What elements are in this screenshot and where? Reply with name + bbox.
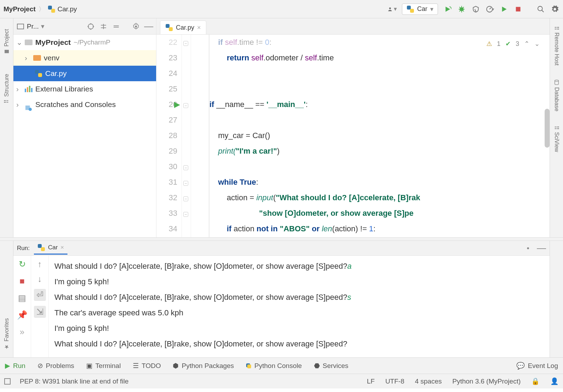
pin-icon[interactable]: 📌 xyxy=(17,310,28,320)
indent-guide xyxy=(191,35,209,237)
stop-icon[interactable]: ■ xyxy=(19,276,25,286)
scroll-to-end-icon[interactable]: ⇲ xyxy=(34,306,46,318)
settings-icon[interactable] xyxy=(550,5,559,14)
interpreter[interactable]: Python 3.6 (MyProject) xyxy=(452,378,521,385)
close-tab-icon[interactable]: × xyxy=(197,24,201,31)
encoding[interactable]: UTF-8 xyxy=(385,378,404,385)
down-icon[interactable]: ↓ xyxy=(38,274,42,284)
tab-python-console[interactable]: Python Console xyxy=(246,362,302,370)
line-number: 29 xyxy=(156,143,177,159)
hide-run-panel-icon[interactable]: — xyxy=(537,244,546,253)
tab-run[interactable]: ▶Run xyxy=(5,362,25,370)
run-config-selector[interactable]: Car ▾ xyxy=(402,4,438,15)
label: Run xyxy=(13,362,25,370)
hide-panel-icon[interactable]: — xyxy=(144,22,153,31)
panel-settings-icon[interactable] xyxy=(131,22,141,31)
python-icon xyxy=(246,363,251,369)
project-tree[interactable]: ⌄ MyProject ~/PycharmP › venv Car.py › E… xyxy=(13,35,156,112)
breadcrumb[interactable]: MyProject 〉 Car.py xyxy=(4,5,77,13)
up-icon[interactable]: ↑ xyxy=(38,259,42,269)
tree-root-label: MyProject xyxy=(35,35,71,50)
breadcrumb-project[interactable]: MyProject xyxy=(4,5,36,13)
gutter[interactable]: 22 23 24 25 ▶26 27 28 29 30 31 32 33 34 xyxy=(156,35,182,237)
favorites-tab[interactable]: ★Favorites xyxy=(3,318,10,350)
tree-external-libraries[interactable]: › External Libraries xyxy=(13,81,156,97)
debug-button[interactable] xyxy=(457,5,466,14)
structure-tool-tab[interactable]: ⠿ Structure xyxy=(3,74,10,103)
tree-scratches[interactable]: › Scratches and Consoles xyxy=(13,97,156,112)
more-icon[interactable]: » xyxy=(20,327,24,337)
ide-status-icon[interactable]: 👤 xyxy=(550,377,559,385)
tool-windows-icon[interactable] xyxy=(4,378,11,385)
tree-root-path: ~/PycharmP xyxy=(73,36,110,49)
run-tab-car[interactable]: Car × xyxy=(34,242,67,255)
line-number: 32 xyxy=(156,190,177,206)
kw: while xyxy=(218,178,239,186)
str: "ABOS" xyxy=(280,224,309,233)
console-output[interactable]: What should I do? [A]ccelerate, [B]rake,… xyxy=(49,256,550,357)
str: "show [O]dometer, or show average [S]pe xyxy=(259,209,414,218)
line-ending[interactable]: LF xyxy=(367,378,375,385)
line-number: 30 xyxy=(156,159,177,174)
num: 1 xyxy=(369,224,373,233)
editor-scrollbar[interactable] xyxy=(545,109,550,148)
breadcrumb-file[interactable]: Car.py xyxy=(58,5,77,13)
chevron-right-icon: › xyxy=(25,51,30,65)
tab-event-log[interactable]: 💬Event Log xyxy=(516,362,558,370)
collapse-all-icon[interactable] xyxy=(112,22,121,31)
line-number: 23 xyxy=(156,50,177,66)
txt: my_car = Car() xyxy=(218,131,270,140)
code-area[interactable]: ⚠1 ✔3 ⌃ ⌄ 22 23 24 25 ▶26 27 28 29 30 31… xyxy=(156,35,550,237)
stop-button[interactable] xyxy=(514,5,523,14)
tree-root[interactable]: ⌄ MyProject ~/PycharmP xyxy=(13,35,156,50)
tree-venv[interactable]: › venv xyxy=(13,50,156,66)
run-line-icon[interactable]: ▶ xyxy=(174,97,180,112)
profile-button[interactable]: ▾ xyxy=(485,5,494,14)
txt: (action) != xyxy=(332,224,369,233)
database-tab[interactable]: Database xyxy=(553,79,560,112)
tab-terminal[interactable]: ▣Terminal xyxy=(86,362,121,370)
status-bar: PEP 8: W391 blank line at end of file LF… xyxy=(0,374,563,388)
line-number: 34 xyxy=(156,221,177,237)
layout-icon[interactable]: ▤ xyxy=(18,293,26,303)
txt: __name__ == xyxy=(214,100,266,109)
editor-tab-car[interactable]: Car.py × xyxy=(160,20,206,34)
fold-icon[interactable]: – xyxy=(183,103,188,108)
fold-column[interactable]: – – – – – – xyxy=(182,35,191,237)
coverage-button[interactable] xyxy=(471,5,480,14)
tab-problems[interactable]: ⊘Problems xyxy=(37,362,74,370)
fold-icon[interactable]: – xyxy=(183,165,188,170)
fold-icon[interactable]: – xyxy=(183,41,188,46)
user-icon[interactable]: ▾ xyxy=(388,5,397,14)
locate-icon[interactable] xyxy=(86,22,95,31)
soft-wrap-icon[interactable]: ⏎ xyxy=(34,289,46,301)
label: Terminal xyxy=(95,362,121,370)
sciview-tab[interactable]: ⠿SciView xyxy=(553,126,560,152)
python-icon xyxy=(407,5,414,13)
close-icon[interactable]: × xyxy=(60,244,64,251)
run-panel-settings-icon[interactable] xyxy=(523,244,533,253)
run-button[interactable] xyxy=(443,5,452,14)
svg-rect-6 xyxy=(17,24,24,29)
indent[interactable]: 4 spaces xyxy=(415,378,442,385)
project-panel-title[interactable]: Pr...▾ xyxy=(16,22,45,31)
fold-icon[interactable]: – xyxy=(183,196,188,201)
project-tool-tab[interactable]: Project xyxy=(4,29,10,54)
tab-todo[interactable]: ☰TODO xyxy=(133,362,161,370)
structure-tool-label: Structure xyxy=(4,74,10,97)
rerun-icon[interactable]: ↻ xyxy=(19,259,26,269)
tab-services[interactable]: ⬣Services xyxy=(314,362,349,370)
python-file-icon xyxy=(165,24,173,31)
code-text[interactable]: if self.time != 0: return self.odometer … xyxy=(209,35,550,237)
tab-python-packages[interactable]: ⬢Python Packages xyxy=(173,362,234,370)
expand-all-icon[interactable] xyxy=(99,22,108,31)
tree-file-car[interactable]: Car.py xyxy=(13,66,156,81)
lock-icon[interactable]: 🔒 xyxy=(531,377,540,385)
search-icon[interactable] xyxy=(536,5,545,14)
fold-icon[interactable]: – xyxy=(183,212,188,217)
remote-host-tab[interactable]: ⠿Remote Host xyxy=(553,26,560,65)
str: '__main__' xyxy=(266,100,306,109)
splitter[interactable] xyxy=(0,237,563,241)
run-anything-button[interactable] xyxy=(499,5,509,14)
fold-icon[interactable]: – xyxy=(183,181,188,186)
